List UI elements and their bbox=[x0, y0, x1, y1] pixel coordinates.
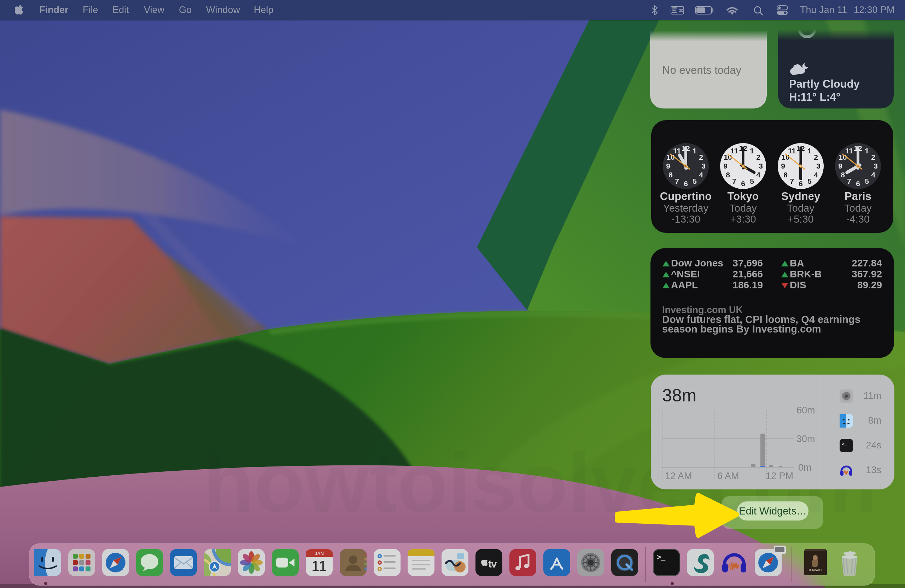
svg-text:5: 5 bbox=[750, 177, 754, 185]
svg-text:1: 1 bbox=[807, 147, 812, 155]
svg-text:6: 6 bbox=[799, 179, 803, 188]
svg-text:>_: >_ bbox=[842, 441, 847, 446]
svg-text:3: 3 bbox=[873, 162, 878, 170]
svg-text:⌘: ⌘ bbox=[679, 8, 683, 13]
svg-text:6: 6 bbox=[684, 179, 688, 188]
svg-text:6: 6 bbox=[741, 179, 745, 188]
svg-text:2: 2 bbox=[871, 153, 875, 161]
svg-text:9: 9 bbox=[723, 162, 727, 170]
svg-text:5: 5 bbox=[807, 177, 812, 185]
svg-text:11: 11 bbox=[730, 147, 738, 155]
svg-text:>_: >_ bbox=[656, 553, 666, 561]
svg-text:2: 2 bbox=[814, 153, 818, 161]
svg-text:JAN: JAN bbox=[314, 551, 324, 556]
svg-text:1: 1 bbox=[750, 147, 754, 155]
svg-text:11: 11 bbox=[845, 147, 853, 155]
svg-text:4: 4 bbox=[699, 171, 703, 179]
svg-text:8: 8 bbox=[726, 171, 730, 179]
svg-text:3: 3 bbox=[701, 162, 706, 170]
svg-text:9: 9 bbox=[666, 162, 670, 170]
svg-text:5: 5 bbox=[865, 177, 869, 185]
svg-text:8: 8 bbox=[783, 171, 788, 179]
svg-text:2: 2 bbox=[699, 153, 703, 161]
svg-text:7: 7 bbox=[675, 177, 679, 185]
svg-text:3: 3 bbox=[759, 162, 763, 170]
svg-text:4: 4 bbox=[814, 171, 818, 179]
svg-text:3: 3 bbox=[816, 162, 821, 170]
svg-text:7: 7 bbox=[790, 177, 794, 185]
svg-text:11: 11 bbox=[788, 147, 796, 155]
svg-text:11: 11 bbox=[311, 558, 327, 574]
svg-text:4: 4 bbox=[756, 171, 761, 179]
svg-text:7: 7 bbox=[732, 177, 737, 185]
svg-text:9: 9 bbox=[781, 162, 785, 170]
svg-text:2: 2 bbox=[756, 153, 761, 161]
svg-text:4: 4 bbox=[871, 171, 875, 179]
svg-text:6: 6 bbox=[856, 179, 860, 188]
svg-text:8: 8 bbox=[668, 171, 673, 179]
svg-text:tv: tv bbox=[488, 558, 497, 570]
svg-text:1: 1 bbox=[865, 147, 869, 155]
svg-text:1: 1 bbox=[692, 147, 697, 155]
svg-text:O MAAHI: O MAAHI bbox=[809, 568, 822, 572]
svg-text:5: 5 bbox=[692, 177, 697, 185]
svg-text:7: 7 bbox=[847, 177, 851, 185]
svg-text:8: 8 bbox=[841, 171, 845, 179]
svg-text:9: 9 bbox=[838, 162, 842, 170]
